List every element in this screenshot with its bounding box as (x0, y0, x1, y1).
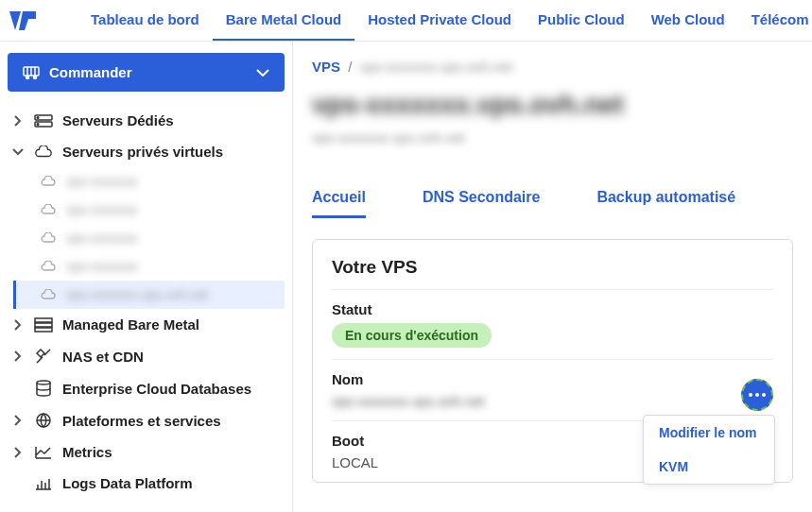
sidebar-item-label: Logs Data Platform (62, 475, 193, 491)
svg-point-8 (37, 116, 39, 118)
sidebar-item-vps[interactable]: Serveurs privés virtuels (8, 136, 285, 167)
field-name: Nom vps-xxxxxxx.vps.ovh.net Modifier le … (332, 359, 773, 420)
svg-rect-10 (35, 318, 52, 322)
menu-modify-name[interactable]: Modifier le nom (644, 416, 774, 450)
chevron-down-icon (11, 148, 25, 156)
chart-line-icon (34, 446, 53, 459)
vps-list-item-selected[interactable]: vps-xxxxxxx.vps.ovh.net (13, 281, 285, 309)
chart-bar-icon (34, 477, 53, 490)
card-title: Votre VPS (332, 257, 773, 278)
chevron-right-icon (11, 115, 25, 127)
vps-list-item[interactable]: vps-xxxxxxx (13, 252, 285, 281)
svg-rect-11 (35, 323, 52, 327)
sidebar-tree: Serveurs Dédiés Serveurs privés virtuels… (8, 105, 285, 499)
sidebar-item-metrics[interactable]: Metrics (8, 436, 285, 468)
vps-item-label: vps-xxxxxxx (66, 259, 137, 274)
breadcrumb-root[interactable]: VPS (312, 59, 340, 75)
cloud-icon (40, 261, 57, 272)
menu-kvm[interactable]: KVM (644, 450, 774, 484)
tools-icon (34, 348, 53, 365)
dot-icon (749, 393, 752, 397)
vps-list-item[interactable]: vps-xxxxxxx (13, 224, 285, 252)
tab-backup-auto[interactable]: Backup automatisé (596, 189, 735, 218)
breadcrumb-separator: / (348, 59, 352, 75)
breadcrumb: VPS / vps-xxxxxxx.vps.ovh.net (312, 59, 793, 75)
order-button[interactable]: Commander (8, 53, 285, 92)
sidebar-item-logs[interactable]: Logs Data Platform (8, 468, 285, 499)
sidebar-item-label: Metrics (62, 444, 112, 460)
vps-item-label: vps-xxxxxxx.vps.ovh.net (66, 287, 209, 302)
svg-point-1 (26, 76, 29, 78)
svg-point-2 (34, 76, 37, 78)
cart-icon (23, 66, 40, 79)
nav-bare-metal-cloud[interactable]: Bare Metal Cloud (213, 0, 355, 41)
cloud-icon (34, 145, 53, 159)
sidebar-item-label: Plateformes et services (62, 413, 221, 429)
cloud-icon (40, 204, 57, 215)
sidebar-item-label: Serveurs privés virtuels (62, 144, 223, 160)
nav-hosted-private-cloud[interactable]: Hosted Private Cloud (354, 0, 525, 41)
svg-rect-12 (35, 328, 52, 332)
cloud-icon (40, 289, 57, 300)
field-status: Statut En cours d'exécution (332, 289, 773, 359)
tabs: Accueil DNS Secondaire Backup automatisé (312, 189, 793, 218)
top-bar: Tableau de bord Bare Metal Cloud Hosted … (0, 0, 812, 42)
field-label: Nom (332, 371, 773, 387)
sidebar-item-nas-cdn[interactable]: NAS et CDN (8, 340, 285, 372)
breadcrumb-current: vps-xxxxxxx.vps.ovh.net (360, 59, 513, 75)
dot-icon (755, 393, 759, 397)
page-title: vps-xxxxxxx.vps.ovh.net (312, 90, 793, 120)
sidebar-item-dedicated-servers[interactable]: Serveurs Dédiés (8, 105, 285, 136)
vps-list-item[interactable]: vps-xxxxxxx (13, 167, 285, 196)
nav-web-cloud[interactable]: Web Cloud (638, 0, 738, 41)
field-value: vps-xxxxxxx.vps.ovh.net (332, 393, 773, 409)
cloud-icon (40, 232, 57, 244)
nav-telecom[interactable]: Télécom (738, 0, 812, 41)
chevron-right-icon (11, 447, 25, 458)
dot-icon (762, 393, 766, 397)
vps-item-label: vps-xxxxxxx (66, 230, 137, 246)
vps-item-label: vps-xxxxxxx (66, 202, 137, 217)
vps-card: Votre VPS Statut En cours d'exécution No… (312, 239, 793, 483)
chevron-right-icon (11, 350, 25, 362)
svg-point-13 (37, 381, 50, 384)
vps-item-label: vps-xxxxxxx (66, 174, 137, 189)
sidebar-item-enterprise-db[interactable]: Enterprise Cloud Databases (8, 372, 285, 404)
main-content: VPS / vps-xxxxxxx.vps.ovh.net vps-xxxxxx… (293, 42, 812, 512)
page-subtitle: vps-xxxxxxx.vps.ovh.net (312, 129, 793, 145)
sidebar-item-label: Serveurs Dédiés (62, 112, 174, 128)
field-label: Statut (332, 301, 773, 317)
nav-dashboard[interactable]: Tableau de bord (78, 0, 213, 41)
sidebar: Commander Serveurs Dédiés Serveurs privé… (0, 42, 293, 512)
order-button-label: Commander (49, 64, 132, 80)
sidebar-item-label: NAS et CDN (62, 349, 144, 365)
sidebar-item-label: Managed Bare Metal (62, 316, 199, 333)
sidebar-item-platforms[interactable]: Plateformes et services (8, 404, 285, 436)
status-badge: En cours d'exécution (332, 323, 492, 348)
vps-subtree: vps-xxxxxxx vps-xxxxxxx vps-xxxxxxx vps-… (11, 167, 285, 309)
sidebar-item-managed-bare-metal[interactable]: Managed Bare Metal (8, 309, 285, 340)
actions-popover: Modifier le nom KVM (643, 415, 775, 485)
top-nav: Tableau de bord Bare Metal Cloud Hosted … (78, 0, 812, 41)
server-icon (34, 114, 53, 128)
sidebar-item-label: Enterprise Cloud Databases (62, 381, 251, 397)
chevron-down-icon (256, 69, 269, 77)
chevron-right-icon (11, 415, 25, 426)
brand-logo (8, 4, 40, 38)
actions-menu-button[interactable] (741, 379, 773, 411)
vps-list-item[interactable]: vps-xxxxxxx (13, 196, 285, 224)
tab-accueil[interactable]: Accueil (312, 189, 366, 218)
globe-icon (34, 412, 53, 429)
svg-point-9 (37, 123, 39, 125)
nav-public-cloud[interactable]: Public Cloud (525, 0, 638, 41)
cloud-icon (40, 176, 57, 187)
tab-dns-secondaire[interactable]: DNS Secondaire (423, 189, 540, 218)
chevron-right-icon (11, 319, 25, 331)
database-icon (34, 380, 53, 397)
stack-icon (34, 317, 53, 333)
